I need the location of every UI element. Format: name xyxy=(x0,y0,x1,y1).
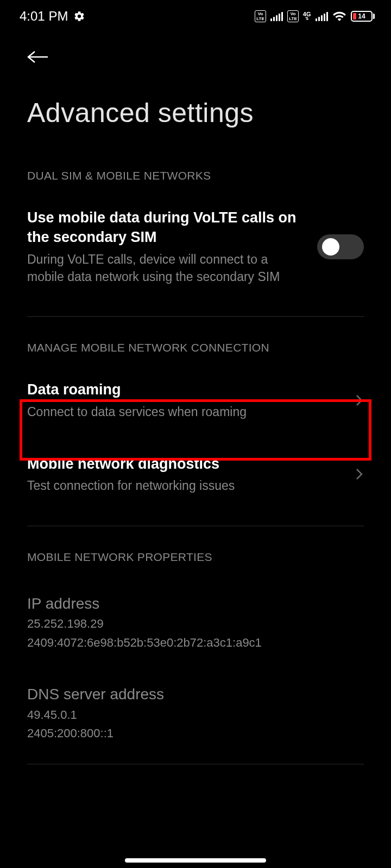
row-ip-address: IP address 25.252.198.29 2409:4072:6e98:… xyxy=(0,577,391,668)
battery-icon: 14 xyxy=(351,11,375,22)
row-diagnostics-subtitle: Test connection for networking issues xyxy=(27,477,344,494)
row-data-roaming[interactable]: Data roaming Connect to data services wh… xyxy=(0,368,391,432)
section-header-manage: MANAGE MOBILE NETWORK CONNECTION xyxy=(0,317,391,368)
volte-icon-1: VoLTE xyxy=(255,10,266,22)
status-bar: 4:01 PM VoLTE VoLTE 4G ⇅ 14 xyxy=(0,0,391,33)
status-right: VoLTE VoLTE 4G ⇅ 14 xyxy=(255,9,375,23)
row-volte-subtitle: During VoLTE calls, device will connect … xyxy=(27,251,306,285)
dns-title: DNS server address xyxy=(27,684,364,705)
chevron-right-icon xyxy=(355,467,364,482)
battery-level: 14 xyxy=(358,12,365,20)
signal-icon-1 xyxy=(270,11,283,21)
row-roaming-title: Data roaming xyxy=(27,380,344,399)
volte-icon-2: VoLTE xyxy=(287,10,299,22)
ip-title: IP address xyxy=(27,593,364,614)
status-time: 4:01 PM xyxy=(20,9,68,24)
back-arrow-icon xyxy=(27,49,49,65)
row-roaming-subtitle: Connect to data services when roaming xyxy=(27,403,344,420)
row-diagnostics-title: Mobile network diagnostics xyxy=(27,454,344,474)
divider xyxy=(27,764,364,764)
row-volte-title: Use mobile data during VoLTE calls on th… xyxy=(27,208,306,247)
section-header-dual-sim: DUAL SIM & MOBILE NETWORKS xyxy=(0,145,391,196)
dns-v4-value: 49.45.0.1 xyxy=(27,707,364,724)
ip-v6-value: 2409:4072:6e98:b52b:53e0:2b72:a3c1:a9c1 xyxy=(27,635,364,652)
chevron-right-icon xyxy=(355,393,364,408)
page-title: Advanced settings xyxy=(0,73,391,145)
section-header-properties: MOBILE NETWORK PROPERTIES xyxy=(0,526,391,577)
signal-icon-2 xyxy=(316,11,329,21)
back-button[interactable] xyxy=(0,33,391,73)
row-dns-server: DNS server address 49.45.0.1 2405:200:80… xyxy=(0,668,391,758)
wifi-icon xyxy=(332,9,346,23)
status-left: 4:01 PM xyxy=(20,9,85,24)
home-indicator[interactable] xyxy=(125,858,266,863)
dns-v6-value: 2405:200:800::1 xyxy=(27,725,364,742)
ip-v4-value: 25.252.198.29 xyxy=(27,616,364,633)
network-type-icon: 4G ⇅ xyxy=(303,11,311,21)
row-volte-secondary-sim[interactable]: Use mobile data during VoLTE calls on th… xyxy=(0,196,391,297)
gear-icon xyxy=(73,10,85,22)
volte-toggle[interactable] xyxy=(317,234,364,259)
row-network-diagnostics[interactable]: Mobile network diagnostics Test connecti… xyxy=(0,432,391,507)
